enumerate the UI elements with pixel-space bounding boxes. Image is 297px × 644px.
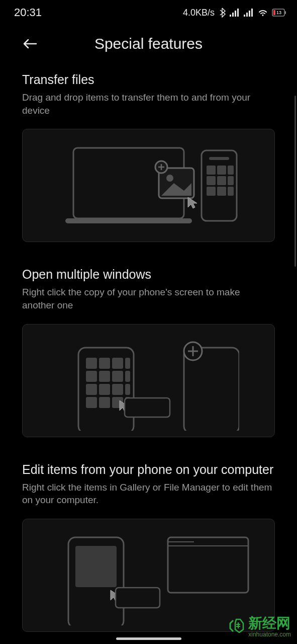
svg-rect-26 bbox=[207, 187, 216, 196]
svg-rect-33 bbox=[125, 358, 130, 369]
watermark-text: 新经网 bbox=[248, 615, 290, 631]
svg-rect-40 bbox=[112, 384, 123, 395]
svg-rect-46 bbox=[125, 398, 170, 417]
feature-description: Right click the copy of your phone's scr… bbox=[22, 286, 275, 311]
svg-rect-25 bbox=[228, 176, 234, 185]
svg-point-16 bbox=[166, 175, 173, 182]
svg-rect-21 bbox=[217, 166, 226, 175]
feature-description: Drag and drop items to transfer them to … bbox=[22, 91, 275, 117]
bluetooth-icon bbox=[219, 8, 226, 18]
svg-rect-41 bbox=[125, 384, 130, 395]
feature-title: Open multiple windows bbox=[22, 267, 275, 282]
feature-illustration-windows bbox=[22, 324, 275, 437]
svg-rect-43 bbox=[99, 397, 110, 408]
svg-rect-38 bbox=[86, 384, 97, 395]
feature-multiple-windows: Open multiple windows Right click the co… bbox=[22, 267, 275, 437]
status-time: 20:31 bbox=[14, 6, 42, 19]
svg-rect-23 bbox=[207, 176, 216, 185]
svg-rect-22 bbox=[228, 166, 234, 175]
svg-rect-31 bbox=[99, 358, 110, 369]
watermark-icon bbox=[228, 617, 245, 634]
svg-rect-18 bbox=[202, 150, 237, 221]
svg-text:13: 13 bbox=[276, 10, 281, 15]
battery-icon: 13 bbox=[272, 9, 287, 17]
svg-rect-37 bbox=[125, 371, 130, 382]
svg-rect-24 bbox=[217, 176, 226, 185]
svg-rect-50 bbox=[75, 546, 117, 587]
scroll-indicator[interactable] bbox=[294, 96, 296, 267]
network-speed: 4.0KB/s bbox=[183, 8, 215, 18]
feature-description: Right click the items in Gallery or File… bbox=[22, 481, 275, 507]
svg-rect-28 bbox=[228, 187, 234, 196]
svg-rect-0 bbox=[230, 15, 231, 17]
feature-illustration-transfer bbox=[22, 129, 275, 242]
svg-rect-14 bbox=[65, 218, 192, 223]
page-header: Special features bbox=[0, 25, 297, 72]
svg-rect-34 bbox=[86, 371, 97, 382]
svg-rect-6 bbox=[249, 11, 250, 17]
status-bar: 20:31 4.0KB/s 13 bbox=[0, 0, 297, 25]
svg-rect-42 bbox=[86, 397, 97, 408]
svg-rect-39 bbox=[99, 384, 110, 395]
svg-rect-19 bbox=[209, 157, 229, 160]
feature-edit-items: Edit items from your phone on your compu… bbox=[22, 462, 275, 632]
page-title: Special features bbox=[12, 35, 285, 52]
content-area: Transfer files Drag and drop items to tr… bbox=[0, 72, 297, 632]
svg-rect-5 bbox=[246, 13, 248, 17]
svg-rect-7 bbox=[251, 9, 253, 17]
feature-transfer-files: Transfer files Drag and drop items to tr… bbox=[22, 72, 275, 242]
svg-rect-30 bbox=[86, 358, 97, 369]
feature-title: Transfer files bbox=[22, 72, 275, 87]
svg-point-8 bbox=[262, 15, 264, 16]
svg-rect-10 bbox=[285, 11, 286, 14]
back-arrow-icon bbox=[22, 38, 38, 50]
svg-rect-11 bbox=[273, 10, 275, 15]
back-button[interactable] bbox=[20, 34, 40, 54]
svg-rect-3 bbox=[237, 9, 239, 17]
navigation-indicator[interactable] bbox=[116, 637, 181, 640]
watermark-url: xinhuatone.com bbox=[248, 631, 291, 638]
svg-rect-35 bbox=[99, 371, 110, 382]
svg-rect-27 bbox=[217, 187, 226, 196]
svg-rect-51 bbox=[116, 588, 160, 608]
svg-rect-36 bbox=[112, 371, 123, 382]
svg-rect-2 bbox=[235, 11, 236, 17]
wifi-icon bbox=[258, 9, 268, 17]
svg-rect-4 bbox=[244, 15, 245, 17]
signal-icon-2 bbox=[244, 9, 254, 17]
svg-rect-32 bbox=[112, 358, 123, 369]
svg-rect-20 bbox=[207, 166, 216, 175]
watermark: 新经网 xinhuatone.com bbox=[228, 614, 291, 638]
signal-icon-1 bbox=[230, 9, 240, 17]
status-icons: 4.0KB/s 13 bbox=[183, 8, 287, 18]
svg-rect-1 bbox=[232, 13, 234, 17]
feature-title: Edit items from your phone on your compu… bbox=[22, 462, 275, 477]
